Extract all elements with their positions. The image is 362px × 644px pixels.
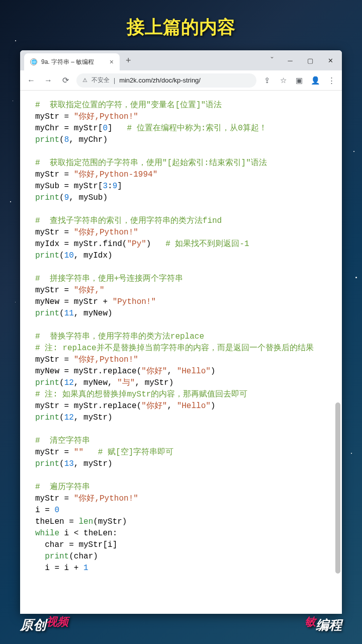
chevron-down-icon[interactable]: ⌄ xyxy=(269,53,275,68)
share-icon[interactable]: ⇪ xyxy=(261,76,273,85)
scrollbar-thumb[interactable] xyxy=(335,403,340,574)
close-button[interactable]: ✕ xyxy=(321,53,340,68)
browser-toolbar: ← → ⟳ ⚠ 不安全 | min2k.com/zh/doc/kp-string… xyxy=(20,70,342,91)
back-button[interactable]: ← xyxy=(25,76,37,85)
code-block: # 获取指定位置的字符，使用"变量名[位置]"语法 myStr = "你好,Py… xyxy=(35,100,327,574)
bookmark-icon[interactable]: ☆ xyxy=(278,76,289,85)
reload-button[interactable]: ⟳ xyxy=(59,75,71,85)
globe-icon: 🌐 xyxy=(30,58,37,65)
page-content[interactable]: # 获取指定位置的字符，使用"变量名[位置]"语法 myStr = "你好,Py… xyxy=(20,91,342,614)
url-text: min2k.com/zh/doc/kp-string/ xyxy=(119,76,201,84)
overlay-title: 接上篇的内容 xyxy=(0,15,362,40)
browser-window: 🌐 9a. 字符串 – 敏编程 × + ⌄ ─ ▢ ✕ ← → ⟳ ⚠ 不安全 … xyxy=(20,50,342,614)
address-bar[interactable]: ⚠ 不安全 | min2k.com/zh/doc/kp-string/ xyxy=(76,73,256,88)
extension-icon[interactable]: ▣ xyxy=(294,76,305,85)
menu-icon[interactable]: ⋮ xyxy=(326,76,337,85)
maximize-button[interactable]: ▢ xyxy=(301,53,320,68)
forward-button[interactable]: → xyxy=(42,76,54,85)
warning-icon: ⚠ xyxy=(82,77,87,84)
watermark-left: 原创视频 xyxy=(20,616,68,634)
tab-strip: 🌐 9a. 字符串 – 敏编程 × + ⌄ ─ ▢ ✕ xyxy=(20,50,342,70)
tab-title: 9a. 字符串 – 敏编程 xyxy=(41,58,94,66)
close-tab-icon[interactable]: × xyxy=(110,58,114,66)
profile-icon[interactable]: 👤 xyxy=(310,76,321,85)
security-label: 不安全 xyxy=(92,76,110,85)
new-tab-button[interactable]: + xyxy=(126,55,131,66)
minimize-button[interactable]: ─ xyxy=(281,53,300,68)
browser-tab[interactable]: 🌐 9a. 字符串 – 敏编程 × xyxy=(24,53,120,70)
watermark-right: 敏编程 xyxy=(305,616,342,634)
